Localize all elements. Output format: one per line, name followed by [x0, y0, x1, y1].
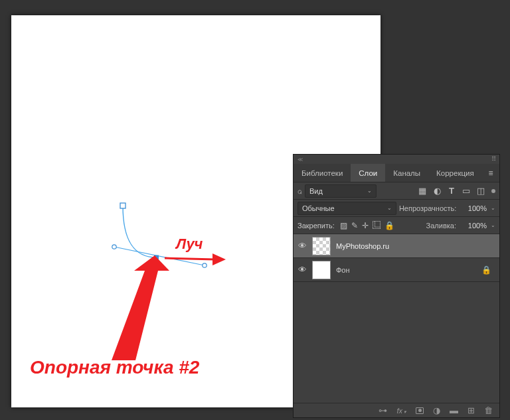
- layer-fx-icon[interactable]: fx ▾: [396, 407, 406, 415]
- add-mask-icon[interactable]: [416, 407, 424, 414]
- filter-row: ⌕ Вид ⌄ ▦ ◐ T ▭ ◫: [294, 182, 499, 200]
- grip-icon[interactable]: ⠿: [489, 155, 495, 163]
- filter-smart-icon[interactable]: ◫: [474, 185, 487, 197]
- layer-name[interactable]: MyPhotoshop.ru: [336, 242, 495, 250]
- layer-name[interactable]: Фон: [336, 266, 476, 274]
- panel-tabs: Библиотеки Слои Каналы Коррекция ≡: [294, 164, 499, 182]
- filter-pixel-icon[interactable]: ▦: [416, 185, 429, 197]
- tab-channels[interactable]: Каналы: [385, 164, 428, 182]
- lock-row: Закрепить: ▨ ✎ ✛ ⿺ 🔒 Заливка: 100% ⌄: [294, 217, 499, 234]
- hamburger-icon: ≡: [488, 169, 493, 178]
- svg-marker-6: [212, 253, 226, 265]
- opacity-value[interactable]: 100%: [459, 204, 488, 212]
- svg-marker-7: [112, 255, 169, 360]
- panel-menu-button[interactable]: ≡: [482, 164, 499, 182]
- tab-adjustments[interactable]: Коррекция: [428, 164, 482, 182]
- panel-footer: ⊶ fx ▾ ◑ ▬ ⊞ 🗑: [294, 403, 499, 417]
- filter-type-icon[interactable]: T: [445, 185, 458, 197]
- lock-artboard-icon[interactable]: ⿺: [373, 221, 381, 230]
- annotation-ray-label: Луч: [176, 236, 203, 253]
- lock-all-icon[interactable]: 🔒: [384, 221, 394, 230]
- filter-toggle-icon[interactable]: [491, 189, 495, 193]
- new-layer-icon[interactable]: ⊞: [468, 405, 475, 415]
- search-icon: ⌕: [298, 186, 302, 196]
- layer-thumbnail[interactable]: [312, 261, 331, 279]
- lock-image-icon[interactable]: ✎: [351, 221, 358, 230]
- visibility-toggle-icon[interactable]: 👁: [298, 241, 307, 251]
- chevron-down-icon: ⌄: [387, 205, 392, 211]
- fill-label: Заливка:: [426, 222, 456, 230]
- new-group-icon[interactable]: ▬: [450, 405, 458, 415]
- opacity-label: Непрозрачность:: [399, 204, 456, 212]
- lock-label: Закрепить:: [298, 222, 335, 230]
- layer-row[interactable]: 👁 Фон 🔒: [294, 258, 499, 282]
- layer-row[interactable]: 👁 MyPhotoshop.ru: [294, 234, 499, 258]
- lock-transparent-icon[interactable]: ▨: [340, 221, 347, 230]
- tab-libraries[interactable]: Библиотеки: [294, 164, 351, 182]
- layer-thumbnail[interactable]: [312, 237, 331, 255]
- collapse-chevron-icon[interactable]: ≪: [298, 157, 303, 163]
- link-layers-icon[interactable]: ⊶: [379, 405, 387, 415]
- chevron-down-icon[interactable]: ⌄: [491, 222, 495, 228]
- layer-filter-value: Вид: [309, 187, 323, 195]
- layers-list: 👁 MyPhotoshop.ru 👁 Фон 🔒: [294, 234, 499, 403]
- fill-value[interactable]: 100%: [459, 222, 488, 230]
- chevron-down-icon: ⌄: [367, 188, 372, 194]
- blend-mode-select[interactable]: Обычные ⌄: [298, 202, 396, 215]
- tab-layers[interactable]: Слои: [351, 164, 385, 182]
- blend-mode-value: Обычные: [302, 204, 335, 212]
- new-adjustment-icon[interactable]: ◑: [433, 405, 440, 415]
- filter-adjustment-icon[interactable]: ◐: [430, 185, 444, 197]
- lock-position-icon[interactable]: ✛: [362, 221, 369, 230]
- panel-titlebar[interactable]: ≪ ⠿: [294, 155, 499, 164]
- blend-row: Обычные ⌄ Непрозрачность: 100% ⌄: [294, 200, 499, 217]
- svg-rect-1: [120, 203, 126, 208]
- layers-panel: ≪ ⠿ Библиотеки Слои Каналы Коррекция ≡ ⌕…: [293, 154, 500, 418]
- filter-shape-icon[interactable]: ▭: [460, 185, 473, 197]
- delete-layer-icon[interactable]: 🗑: [484, 405, 493, 415]
- annotation-anchor-label: Опорная точка #2: [30, 357, 199, 378]
- chevron-down-icon[interactable]: ⌄: [491, 205, 495, 211]
- anchor-arrow: [100, 247, 179, 367]
- lock-icon: 🔒: [481, 265, 491, 275]
- visibility-toggle-icon[interactable]: 👁: [298, 265, 307, 275]
- layer-filter-select[interactable]: Вид ⌄: [305, 184, 377, 198]
